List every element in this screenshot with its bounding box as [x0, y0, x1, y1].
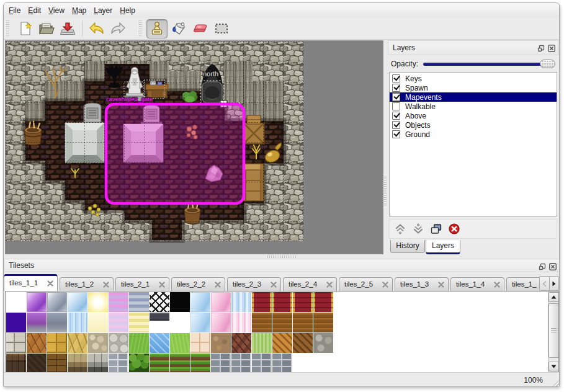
map-canvas[interactable]: north [5, 40, 383, 254]
scrollbar-thumb[interactable] [548, 303, 559, 358]
palette-tile[interactable] [27, 292, 47, 312]
vertical-splitter[interactable] [383, 40, 388, 254]
palette-tile[interactable] [190, 313, 210, 332]
layer-row[interactable]: Objects [390, 120, 557, 130]
duplicate-layer-button[interactable] [429, 222, 443, 236]
palette-tile[interactable] [6, 292, 26, 312]
save-map-button[interactable] [58, 19, 77, 38]
tileset-tab[interactable]: tiles_1_ [506, 277, 539, 291]
palette-tile[interactable] [88, 313, 108, 332]
palette-tile[interactable] [27, 333, 47, 353]
palette-tile[interactable] [231, 354, 251, 373]
opacity-slider-handle[interactable] [540, 60, 555, 68]
palette-tile[interactable] [190, 333, 210, 353]
menu-item[interactable]: Help [116, 4, 139, 17]
palette-tile[interactable] [313, 333, 333, 353]
redo-button[interactable] [109, 19, 127, 38]
splitter-grip[interactable] [384, 177, 387, 205]
menu-item[interactable]: Edit [24, 4, 45, 17]
menu-item[interactable]: View [45, 4, 68, 17]
tools-drag-handle[interactable] [138, 20, 142, 37]
layer-row[interactable]: Keys [390, 74, 557, 83]
palette-tile[interactable] [252, 354, 272, 373]
palette-tile[interactable] [170, 354, 190, 373]
tileset-tab[interactable]: tiles_2_5 [339, 277, 393, 291]
close-tab-icon[interactable] [438, 282, 444, 288]
palette-tile[interactable] [129, 354, 149, 373]
palette-tile[interactable] [109, 313, 128, 332]
stamp-tool-button[interactable] [146, 19, 168, 38]
palette-tile[interactable] [252, 333, 272, 353]
palette-tile[interactable] [68, 333, 87, 353]
palette-tile[interactable] [231, 313, 251, 332]
opacity-slider-track[interactable] [423, 63, 554, 66]
palette-tile[interactable] [293, 354, 313, 373]
resize-grip[interactable] [549, 376, 560, 387]
scroll-tabs-left-button[interactable] [539, 276, 549, 291]
palette-tile[interactable] [47, 292, 67, 312]
float-tilesets-icon[interactable] [538, 262, 546, 270]
tileset-tab[interactable]: tiles_1_1 [4, 274, 58, 291]
tileset-tab[interactable]: tiles_2_1 [115, 277, 169, 291]
palette-tile[interactable] [293, 313, 313, 332]
splitter-grip[interactable] [267, 256, 297, 258]
palette-tile[interactable] [27, 313, 47, 332]
palette-tile[interactable] [293, 292, 313, 312]
palette-tile[interactable] [47, 313, 67, 332]
palette-tile[interactable] [88, 292, 108, 312]
close-tab-icon[interactable] [103, 282, 109, 288]
palette-tile[interactable] [6, 313, 26, 332]
close-tilesets-icon[interactable] [548, 262, 557, 270]
close-tab-icon[interactable] [326, 282, 333, 288]
layer-visibility-checkbox[interactable] [392, 112, 400, 120]
toolbar-drag-handle[interactable] [5, 20, 9, 37]
tileset-tab[interactable]: tiles_2_4 [283, 277, 337, 291]
palette-tile[interactable] [211, 313, 231, 332]
palette-tile[interactable] [252, 292, 272, 312]
tileset-tab[interactable]: tiles_1_2 [60, 277, 114, 291]
palette-tile[interactable] [109, 354, 128, 373]
tileset-tab[interactable]: tiles_1_4 [450, 277, 504, 291]
palette-tile[interactable] [170, 333, 190, 353]
palette-tile[interactable] [150, 292, 169, 312]
palette-tile[interactable] [231, 333, 251, 353]
opacity-slider[interactable] [423, 59, 555, 69]
menu-item[interactable]: Map [68, 4, 90, 17]
palette-tile[interactable] [211, 292, 231, 312]
palette-tile[interactable] [272, 333, 292, 353]
palette-tile[interactable] [129, 292, 149, 312]
layer-row[interactable]: Spawn [390, 83, 557, 92]
layer-visibility-checkbox[interactable] [392, 74, 400, 82]
layer-visibility-checkbox[interactable] [392, 84, 400, 92]
tileset-tab[interactable]: tiles_2_2 [171, 277, 225, 291]
open-map-button[interactable] [37, 19, 56, 38]
palette-tile[interactable] [252, 313, 272, 332]
palette-tile[interactable] [150, 354, 169, 373]
raise-layer-button[interactable] [393, 222, 407, 236]
tileset-tab[interactable]: tiles_1_3 [395, 277, 449, 291]
layer-visibility-checkbox[interactable] [392, 121, 400, 129]
palette-tile[interactable] [170, 292, 190, 312]
menu-item[interactable]: Layer [90, 4, 116, 17]
palette-tile[interactable] [150, 333, 169, 353]
palette-tile[interactable] [272, 313, 292, 332]
palette-tile[interactable] [150, 313, 169, 332]
palette-tile[interactable] [47, 354, 67, 373]
palette-tile[interactable] [211, 333, 231, 353]
layer-row[interactable]: Ground [390, 130, 557, 139]
scroll-tabs-right-button[interactable] [549, 276, 559, 291]
palette-tile[interactable] [6, 333, 26, 353]
palette-tile[interactable] [27, 354, 47, 373]
horizontal-splitter[interactable] [4, 254, 559, 259]
close-panel-icon[interactable] [547, 44, 555, 52]
palette-tile[interactable] [211, 354, 231, 373]
dock-tab[interactable]: History [390, 240, 425, 253]
palette-tile[interactable] [47, 333, 67, 353]
palette-tile[interactable] [313, 313, 333, 332]
palette-tile[interactable] [88, 333, 108, 353]
scroll-up-button[interactable] [548, 292, 559, 302]
palette-tile[interactable] [313, 292, 333, 312]
palette-tile[interactable] [109, 333, 128, 353]
layer-row[interactable]: Above [390, 111, 557, 120]
close-tab-icon[interactable] [494, 282, 500, 288]
